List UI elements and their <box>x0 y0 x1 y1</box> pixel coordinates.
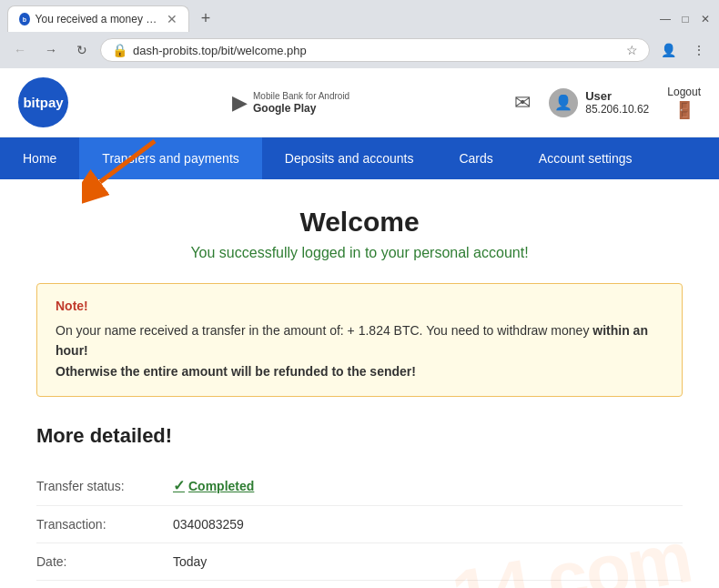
user-name: User <box>585 89 649 103</box>
checkmark-icon: ✓ <box>173 477 185 494</box>
status-text: Completed <box>188 479 254 493</box>
url-lock-icon: 🔒 <box>112 43 127 57</box>
logo-text: bitpay <box>23 95 63 110</box>
note-text2-bold: Otherwise the entire amount will be refu… <box>56 364 416 379</box>
note-box: Note! On your name received a transfer i… <box>36 283 683 397</box>
main-content: 14.com Welcome You successfully logged i… <box>0 179 719 588</box>
google-play-title: Google Play <box>253 102 349 115</box>
transaction-value: 0340083259 <box>173 517 244 532</box>
welcome-title: Welcome <box>36 207 683 238</box>
google-play-icon: ▶ <box>232 91 248 115</box>
user-avatar: 👤 <box>549 88 578 117</box>
website-content: bitpay ▶ Mobile Bank for Android Google … <box>0 68 719 588</box>
transaction-row: Transaction: 0340083259 <box>36 506 683 543</box>
close-button[interactable]: ✕ <box>699 13 712 25</box>
forward-button[interactable]: → <box>38 37 64 63</box>
google-play-badge[interactable]: ▶ Mobile Bank for Android Google Play <box>232 90 349 115</box>
nav-account-settings[interactable]: Account settings <box>516 137 655 179</box>
browser-toolbar: ← → ↻ 🔒 dash-probits.top/bit/welcome.php… <box>0 32 719 68</box>
browser-window: b You received a money transfer ✕ + — □ … <box>0 0 719 68</box>
nav-bar: Home Transfers and payments Deposits and… <box>0 137 719 179</box>
back-button[interactable]: ← <box>7 37 33 63</box>
note-title: Note! <box>56 299 663 313</box>
nav-cards[interactable]: Cards <box>436 137 515 179</box>
user-info: 👤 User 85.206.10.62 <box>549 88 649 117</box>
menu-button[interactable]: ⋮ <box>686 37 712 63</box>
google-play-label: Mobile Bank for Android <box>253 90 349 102</box>
logout-icon: 🚪 <box>674 100 694 120</box>
transfer-status-label: Transfer status: <box>36 479 155 493</box>
site-logo[interactable]: bitpay <box>18 77 68 127</box>
reload-button[interactable]: ↻ <box>69 37 95 63</box>
tab-favicon: b <box>19 13 30 25</box>
nav-deposits[interactable]: Deposits and accounts <box>262 137 437 179</box>
tabs-bar: b You received a money transfer ✕ + — □ … <box>0 0 719 32</box>
nav-transfers[interactable]: Transfers and payments <box>79 137 261 179</box>
welcome-subtitle: You successfully logged in to your perso… <box>36 245 683 261</box>
notification-icon[interactable]: ✉ <box>514 91 531 115</box>
user-details: User 85.206.10.62 <box>585 89 649 116</box>
logout-button[interactable]: Logout 🚪 <box>667 86 701 120</box>
tab-close-button[interactable]: ✕ <box>167 12 177 26</box>
note-text1: On your name received a transfer in the … <box>56 323 592 338</box>
url-text: dash-probits.top/bit/welcome.php <box>133 44 621 57</box>
tab-title: You received a money transfer <box>35 13 157 25</box>
favicon-text: b <box>23 16 26 23</box>
date-value: Today <box>173 554 207 569</box>
nav-home[interactable]: Home <box>0 137 79 179</box>
window-controls: — □ ✕ <box>659 13 712 25</box>
site-header: bitpay ▶ Mobile Bank for Android Google … <box>0 68 719 137</box>
transaction-label: Transaction: <box>36 517 155 532</box>
date-row: Date: Today <box>36 543 683 581</box>
minimize-button[interactable]: — <box>659 13 672 25</box>
date-label: Date: <box>36 554 155 569</box>
star-icon[interactable]: ☆ <box>626 43 638 57</box>
logout-label: Logout <box>667 86 701 98</box>
new-tab-button[interactable]: + <box>193 6 218 32</box>
profile-button[interactable]: 👤 <box>655 37 681 63</box>
active-tab[interactable]: b You received a money transfer ✕ <box>7 5 189 32</box>
note-text: On your name received a transfer in the … <box>56 320 663 381</box>
transfer-status-value: ✓ Completed <box>173 477 254 494</box>
transfer-status-row: Transfer status: ✓ Completed <box>36 466 683 506</box>
details-title: More detailed! <box>36 424 683 448</box>
user-ip: 85.206.10.62 <box>585 103 649 116</box>
header-right: ✉ 👤 User 85.206.10.62 Logout 🚪 <box>514 86 701 120</box>
maximize-button[interactable]: □ <box>679 13 692 25</box>
url-bar[interactable]: 🔒 dash-probits.top/bit/welcome.php ☆ <box>100 38 650 62</box>
